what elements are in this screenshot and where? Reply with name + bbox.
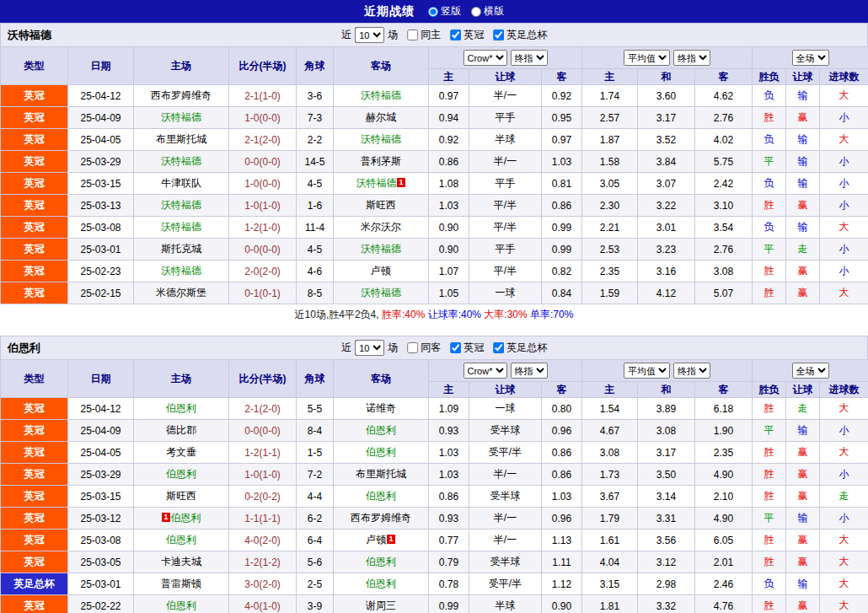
filter-checkbox-input-1-2[interactable]: [493, 342, 504, 353]
match-date: 25-03-01: [68, 573, 134, 595]
eu-stage-select-1[interactable]: 终指: [673, 363, 710, 379]
team-name-text: 沃特福德: [161, 111, 201, 123]
match-score: 1-0(1-0): [229, 195, 297, 217]
column-header: 进球数: [820, 382, 868, 398]
topbar: 近期战绩 竖版横版: [0, 0, 868, 23]
fulltime-select-0[interactable]: 全场: [792, 50, 829, 66]
eu-away-odds: 6.05: [695, 530, 753, 551]
corner-score: 6-2: [297, 508, 334, 530]
eu-average-select-1[interactable]: 平均值: [624, 363, 670, 379]
eu-away-odds: 2.46: [695, 573, 753, 595]
corner-score: 4-5: [297, 239, 334, 261]
team-name-text: 伯恩利: [166, 534, 196, 546]
filter-checkbox-input-0-1[interactable]: [450, 30, 461, 40]
outcome-result: 胜: [753, 464, 786, 486]
filter-checkbox-label: 英足总杯: [506, 28, 547, 42]
outcome-result: 平: [753, 508, 786, 530]
team-name-text: 伯恩利: [166, 468, 196, 480]
eu-home-odds: 3.08: [582, 442, 638, 464]
ah-home-odds: 0.78: [429, 573, 469, 595]
layout-radio-0[interactable]: 竖版: [428, 4, 461, 19]
filter-checkbox-input-1-1[interactable]: [450, 342, 461, 353]
goals-result: 大: [820, 398, 868, 420]
match-row: 英冠25-04-12伯恩利2-1(2-0)5-5诺维奇1.09一球0.801.5…: [1, 398, 868, 420]
outcome-result: 负: [753, 85, 786, 107]
eu-draw-odds: 3.17: [638, 107, 695, 129]
goals-result: 大: [820, 282, 868, 304]
eu-home-odds: 2.30: [582, 195, 638, 217]
home-team: 牛津联队: [134, 173, 229, 195]
match-date: 25-02-22: [68, 595, 134, 613]
filter-checkbox-0-2[interactable]: 英足总杯: [487, 28, 547, 42]
recent-count-select-0[interactable]: 10: [355, 27, 384, 43]
match-score: 2-1(2-0): [229, 398, 297, 420]
eu-draw-odds: 3.16: [638, 261, 695, 282]
eu-away-odds: 5.07: [695, 282, 753, 304]
results-table-1: 类型日期主场比分(半场)角球客场Crow*终指平均值终指全场主让球客主和客胜负让…: [0, 359, 868, 613]
ah-stage-select-1[interactable]: 终指: [511, 363, 548, 379]
filter-checkbox-0-1[interactable]: 英冠: [444, 28, 484, 42]
outcome-result: 胜: [753, 595, 786, 613]
ah-away-odds: 0.96: [542, 420, 582, 442]
ah-line: 受平/半: [469, 442, 542, 464]
filter-checkbox-1-2[interactable]: 英足总杯: [487, 341, 547, 355]
ah-away-odds: 0.92: [542, 85, 582, 107]
ah-home-odds: 0.77: [429, 530, 469, 551]
eu-home-odds: 2.53: [582, 239, 638, 261]
ah-home-odds: 0.90: [429, 217, 469, 239]
corner-score: 1-5: [297, 442, 334, 464]
filter-checkbox-1-0[interactable]: 同客: [401, 341, 441, 355]
match-date: 25-04-09: [68, 420, 134, 442]
match-row: 英冠25-03-15牛津联队1-0(0-0)4-5沃特福德11.08平手0.81…: [1, 173, 868, 195]
match-type: 英冠: [1, 530, 68, 551]
fulltime-select-1[interactable]: 全场: [792, 363, 829, 379]
bookmaker-select-1[interactable]: Crow*: [463, 363, 507, 379]
filter-checkbox-1-1[interactable]: 英冠: [444, 341, 484, 355]
bookmaker-select-0[interactable]: Crow*: [463, 50, 507, 66]
filter-checkbox-input-0-0[interactable]: [407, 30, 418, 40]
ah-home-odds: 0.99: [429, 595, 469, 613]
column-header: 日期: [68, 47, 134, 85]
filter-checkbox-input-1-0[interactable]: [407, 342, 418, 353]
eu-home-odds: 1.79: [582, 508, 638, 530]
match-score: 2-1(1-0): [229, 85, 297, 107]
eu-draw-odds: 3.12: [638, 551, 695, 573]
home-team: 伯恩利: [134, 398, 229, 420]
eu-home-odds: 2.21: [582, 217, 638, 239]
match-date: 25-02-23: [68, 261, 134, 282]
layout-radio-1[interactable]: 横版: [471, 4, 504, 19]
column-header: 让球: [786, 382, 820, 398]
recent-count-select-1[interactable]: 10: [355, 340, 384, 356]
layout-radio-input-1[interactable]: [471, 7, 481, 17]
eu-stage-select-0[interactable]: 终指: [673, 50, 710, 66]
column-header: 角球: [297, 360, 334, 398]
eu-average-select-0[interactable]: 平均值: [624, 50, 670, 66]
match-row: 英冠25-03-121伯恩利1-1(1-1)6-2西布罗姆维奇0.93半/一0.…: [1, 508, 868, 530]
corner-score: 8-4: [297, 420, 334, 442]
ah-away-odds: 0.99: [542, 217, 582, 239]
match-type: 英冠: [1, 85, 68, 107]
eu-draw-odds: 3.14: [638, 486, 695, 508]
ah-away-odds: 0.95: [542, 107, 582, 129]
ah-line: 半/一: [469, 85, 542, 107]
filter-checkbox-input-0-2[interactable]: [493, 30, 504, 40]
ah-home-odds: 0.86: [429, 151, 469, 173]
layout-radio-input-0[interactable]: [428, 7, 438, 17]
match-type: 英冠: [1, 420, 68, 442]
eu-away-odds: 2.76: [695, 107, 753, 129]
ah-stage-select-0[interactable]: 终指: [511, 50, 548, 66]
handicap-result: 走: [786, 398, 820, 420]
eu-home-odds: 3.05: [582, 173, 638, 195]
match-row: 英冠25-02-15米德尔斯堡0-1(0-1)8-5沃特福德1.05一球0.84…: [1, 282, 868, 304]
eu-home-odds: 1.59: [582, 282, 638, 304]
group-header-asian-handicap: Crow*终指: [429, 360, 582, 382]
handicap-result: 赢: [786, 107, 820, 129]
eu-draw-odds: 3.56: [638, 530, 695, 551]
filter-checkbox-0-0[interactable]: 同主: [401, 28, 441, 42]
home-team: 卡迪夫城: [134, 551, 229, 573]
match-row: 英冠25-04-09德比郡0-0(0-0)8-4伯恩利0.93受半球0.964.…: [1, 420, 868, 442]
away-team: 米尔沃尔: [334, 217, 429, 239]
ah-away-odds: 0.90: [542, 595, 582, 613]
match-date: 25-03-05: [68, 551, 134, 573]
match-score: 2-0(2-0): [229, 261, 297, 282]
